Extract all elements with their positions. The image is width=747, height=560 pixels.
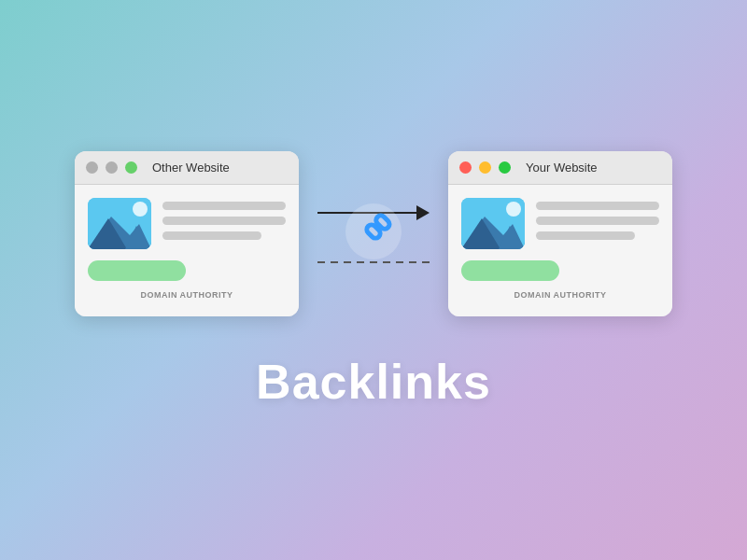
dot-green-right [499,161,511,174]
other-website-body: DOMAIN AUTHORITY [75,185,299,316]
text-line-r3 [536,231,635,240]
solid-arrow-head [416,205,430,220]
your-website-content-row [461,198,659,249]
text-line-r2 [536,217,659,225]
dot-gray-2 [106,161,118,174]
dashed-arrow [317,261,430,263]
link-icon-wrap [345,203,402,264]
svg-point-5 [345,203,402,259]
dot-gray-1 [86,161,98,174]
your-website-btn [461,260,559,281]
dot-green-left [125,161,137,174]
other-website-text-lines [162,198,286,249]
your-website-titlebar: Your Website [448,151,672,185]
other-website-title: Other Website [152,161,230,175]
your-website-domain-label: DOMAIN AUTHORITY [461,287,659,307]
main-container: Other Website [0,0,747,560]
arrow-area [317,177,430,289]
diagram-row: Other Website [75,151,672,316]
svg-point-4 [133,202,148,217]
your-website-body: DOMAIN AUTHORITY [448,185,672,316]
other-website-btn [88,260,186,281]
other-website-image [88,198,151,249]
other-website-domain-label: DOMAIN AUTHORITY [88,287,286,307]
your-website-text-lines [536,198,659,249]
backlinks-title: Backlinks [256,354,491,410]
link-chain-icon [345,203,402,260]
text-line-3 [162,231,261,240]
your-website-image [461,198,525,249]
other-website-titlebar: Other Website [75,151,299,185]
dashed-arrow-line [317,261,430,263]
other-website-card: Other Website [75,151,299,316]
dot-red [459,161,472,174]
other-website-content-row [88,198,286,249]
text-line-1 [162,202,286,210]
text-line-2 [162,217,286,225]
text-line-r1 [536,202,659,210]
svg-point-12 [506,202,521,217]
your-website-title: Your Website [526,161,598,175]
dot-orange [479,161,491,174]
your-website-card: Your Website [448,151,672,316]
